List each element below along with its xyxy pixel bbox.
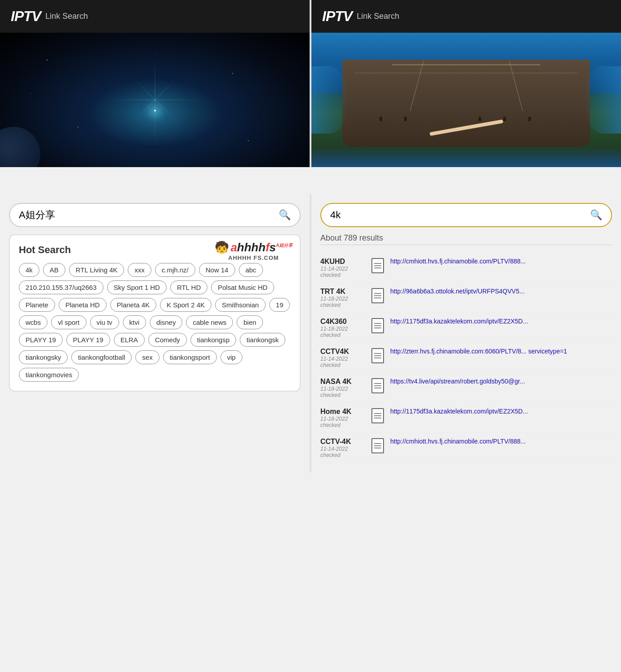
result-url[interactable]: http://zterr.hvs.fj.chinamobile.com:6060… <box>390 348 612 355</box>
tag-cable-news[interactable]: cable news <box>186 315 233 329</box>
tag-smithsonian[interactable]: Smithsonian <box>215 298 266 312</box>
tag-vip[interactable]: vip <box>220 350 242 364</box>
tag-ktvi[interactable]: ktvi <box>123 315 147 329</box>
result-name: CCTV4K <box>320 348 365 356</box>
result-date: 11-18-2022 <box>320 386 365 392</box>
tag-ip[interactable]: 210.210.155.37/uq2663 <box>19 280 104 294</box>
result-date: 11-18-2022 <box>320 416 365 422</box>
tag-sex[interactable]: sex <box>135 350 159 364</box>
left-video-bg <box>0 33 310 167</box>
result-url[interactable]: https://tv4.live/api/stream/robert.golds… <box>390 378 612 385</box>
left-search-icon[interactable]: 🔍 <box>279 209 291 221</box>
gap-section <box>0 167 621 194</box>
right-video <box>311 33 621 167</box>
right-search-icon[interactable]: 🔍 <box>590 209 602 221</box>
results-list: 4KUHD 11-14-2022 checked http://cmhiott.… <box>320 253 612 463</box>
tag-tiankongfootball[interactable]: tiankongfootball <box>71 350 132 364</box>
tag-now14[interactable]: Now 14 <box>199 263 235 277</box>
tag-tiankongmovies[interactable]: tiankongmovies <box>19 368 79 382</box>
right-search-input[interactable] <box>330 209 586 221</box>
result-icon <box>371 348 385 364</box>
tag-vlsport[interactable]: vl sport <box>51 315 86 329</box>
right-panel-title: IPTV <box>322 8 352 25</box>
tag-planeta-hd[interactable]: Planeta HD <box>59 298 107 312</box>
result-status: checked <box>320 272 365 278</box>
result-item: NASA 4K 11-18-2022 checked https://tv4.l… <box>320 373 612 403</box>
tag-wcbs[interactable]: wcbs <box>19 315 47 329</box>
result-item: CCTV4K 11-14-2022 checked http://zterr.h… <box>320 343 612 373</box>
result-meta: CCTV4K 11-14-2022 checked <box>320 348 365 368</box>
left-video <box>0 33 310 167</box>
result-meta: CCTV-4K 11-14-2022 checked <box>320 438 365 458</box>
left-panel-header: IPTV Link Search <box>0 0 310 33</box>
logo-overlay: 🧒 ahhhhfsA姐分享 AHHHH FS.COM <box>215 241 293 261</box>
result-item: C4K360 11-18-2022 checked http://1175df3… <box>320 313 612 343</box>
result-icon <box>371 438 385 454</box>
tag-rtl-hd[interactable]: RTL HD <box>170 280 207 294</box>
tag-viutv[interactable]: viu tv <box>90 315 119 329</box>
result-name: 4KUHD <box>320 258 365 266</box>
result-icon <box>371 288 385 304</box>
tag-ksport2[interactable]: K Sport 2 4K <box>160 298 211 312</box>
result-url[interactable]: http://96a6b6a3.ottolok.net/iptv/URFPS4Q… <box>390 288 612 295</box>
left-search-box[interactable]: 🔍 <box>9 203 301 227</box>
tag-tiankongsport[interactable]: tiankongsport <box>163 350 217 364</box>
tag-19[interactable]: 19 <box>269 298 290 312</box>
result-icon <box>371 258 385 274</box>
left-search-input[interactable] <box>19 209 274 221</box>
tag-playy19b[interactable]: PLAYY 19 <box>66 333 110 347</box>
right-panel-subtitle: Link Search <box>357 12 399 21</box>
tag-sky-sport[interactable]: Sky Sport 1 HD <box>107 280 167 294</box>
tag-planeta-4k[interactable]: Planeta 4K <box>110 298 156 312</box>
result-item: Home 4K 11-18-2022 checked http://1175df… <box>320 403 612 433</box>
result-name: NASA 4K <box>320 378 365 386</box>
bottom-section: 🔍 Hot Search 🧒 ahhhhfsA姐分享 AHHHH FS.COM … <box>0 194 621 472</box>
result-status: checked <box>320 422 365 428</box>
tag-tiankongsp[interactable]: tiankongsp <box>190 333 237 347</box>
tag-comedy[interactable]: Comedy <box>148 333 187 347</box>
result-meta: NASA 4K 11-18-2022 checked <box>320 378 365 398</box>
left-search-panel: 🔍 Hot Search 🧒 ahhhhfsA姐分享 AHHHH FS.COM … <box>0 194 310 472</box>
result-url[interactable]: http://cmhiott.hvs.fj.chinamobile.com/PL… <box>390 438 612 445</box>
left-panel-subtitle: Link Search <box>45 12 88 21</box>
result-icon <box>371 318 385 334</box>
result-url[interactable]: http://cmhiott.hvs.fj.chinamobile.com/PL… <box>390 258 612 265</box>
logo-emoji: 🧒 <box>215 241 229 254</box>
tag-ab[interactable]: AB <box>43 263 65 277</box>
result-name: TRT 4K <box>320 288 365 296</box>
tag-bien[interactable]: bien <box>237 315 263 329</box>
result-date: 11-18-2022 <box>320 326 365 332</box>
hot-search-title: Hot Search <box>19 244 71 256</box>
right-panel-header: IPTV Link Search <box>311 0 621 33</box>
logo-fancy-text: ahhhhfsA姐分享 <box>231 241 293 254</box>
tag-polsat[interactable]: Polsat Music HD <box>211 280 274 294</box>
result-date: 11-18-2022 <box>320 296 365 302</box>
top-panels: IPTV Link Search <box>0 0 621 167</box>
tag-cmjh[interactable]: c.mjh.nz/ <box>155 263 195 277</box>
result-url[interactable]: http://1175df3a.kazaktelekom.com/iptv/EZ… <box>390 408 612 415</box>
tag-elra[interactable]: ELRA <box>114 333 145 347</box>
result-item: TRT 4K 11-18-2022 checked http://96a6b6a… <box>320 283 612 313</box>
tag-tiankongsky[interactable]: tiankongsky <box>19 350 68 364</box>
tag-planete[interactable]: Planete <box>19 298 55 312</box>
results-header: About 789 results <box>320 232 612 245</box>
result-meta: 4KUHD 11-14-2022 checked <box>320 258 365 278</box>
result-status: checked <box>320 362 365 368</box>
tag-abc[interactable]: abc <box>239 263 263 277</box>
tag-disney[interactable]: disney <box>150 315 182 329</box>
result-icon <box>371 378 385 394</box>
tag-tiankongsk[interactable]: tiankongsk <box>240 333 285 347</box>
result-url[interactable]: http://1175df3a.kazaktelekom.com/iptv/EZ… <box>390 318 612 325</box>
result-meta: TRT 4K 11-18-2022 checked <box>320 288 365 308</box>
result-status: checked <box>320 302 365 308</box>
tag-xxx[interactable]: xxx <box>128 263 151 277</box>
tag-rtl-living[interactable]: RTL Living 4K <box>69 263 124 277</box>
tag-playy19a[interactable]: PLAYY 19 <box>19 333 63 347</box>
right-search-box[interactable]: 🔍 <box>320 203 612 227</box>
result-item: CCTV-4K 11-14-2022 checked http://cmhiot… <box>320 433 612 463</box>
tags-container: 4k AB RTL Living 4K xxx c.mjh.nz/ Now 14… <box>19 263 291 382</box>
result-name: C4K360 <box>320 318 365 326</box>
tag-4k[interactable]: 4k <box>19 263 39 277</box>
left-panel: IPTV Link Search <box>0 0 310 167</box>
result-date: 11-14-2022 <box>320 266 365 272</box>
